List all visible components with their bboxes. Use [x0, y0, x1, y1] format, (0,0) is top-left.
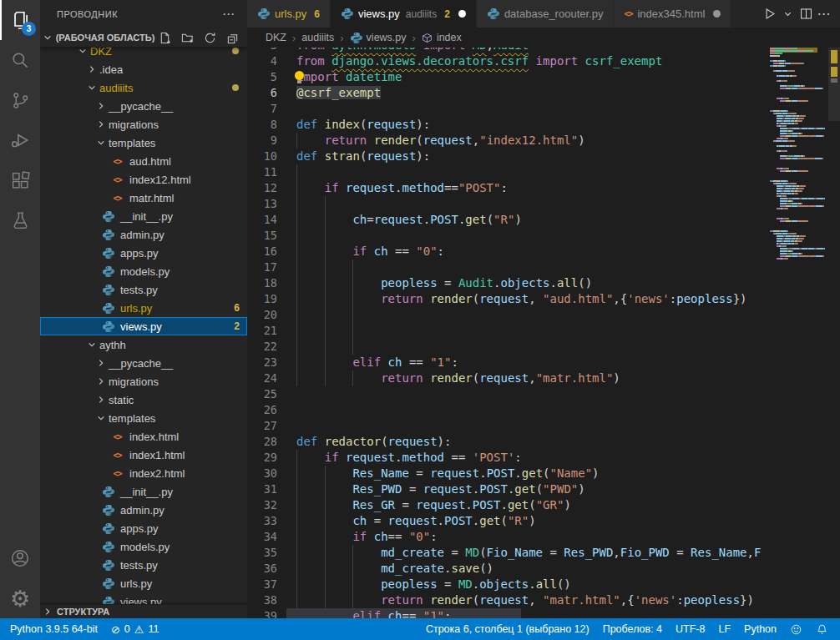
code-line-7[interactable]: 7 [247, 101, 770, 117]
tree-file-matr-html[interactable]: <>matr.html [40, 189, 247, 207]
tree-file-models-py[interactable]: models.py [40, 537, 247, 556]
tree-file--init-py[interactable]: __init__.py [40, 482, 247, 501]
code-line-30[interactable]: 30Res_Name = request.POST.get("Name") [247, 466, 770, 481]
code-line-31[interactable]: 31Res_PWD = request.POST.get("PWD") [247, 481, 770, 497]
code-line-16[interactable]: 16if ch == "0": [247, 244, 770, 260]
code-line-4[interactable]: 4from django.views.decorators.csrf impor… [247, 53, 770, 69]
tree-folder-templates[interactable]: templates [40, 134, 247, 152]
code-line-26[interactable]: 26 [247, 402, 770, 418]
split-editor-icon[interactable] [798, 4, 813, 24]
breadcrumb-item-audiiits[interactable]: audiiits [301, 32, 334, 43]
overview-ruler[interactable] [828, 48, 840, 618]
tree-file-aud-html[interactable]: <>aud.html [40, 152, 247, 170]
tab-database-roouter-py[interactable]: database_roouter.py [477, 0, 615, 28]
tree-file-views-py[interactable]: views.py2 [40, 317, 247, 335]
tree-file-tests-py[interactable]: tests.py [40, 280, 247, 299]
problems-status[interactable]: ⊘ 0 ⚠ 11 [111, 623, 159, 636]
code-line-25[interactable]: 25 [247, 386, 770, 402]
dirty-indicator-dot[interactable] [713, 10, 721, 18]
tree-folder-aythh[interactable]: aythh [40, 335, 247, 354]
code-line-22[interactable]: 22 [247, 339, 770, 355]
tree-folder-migrations[interactable]: migrations [40, 115, 247, 134]
editor-more-actions-icon[interactable]: ⋯ [817, 4, 832, 24]
code-line-36[interactable]: 36md_create.save() [247, 561, 770, 577]
code-line-15[interactable]: 15 [247, 228, 770, 244]
code-line-13[interactable]: 13 [247, 196, 770, 212]
code-line-18[interactable]: 18peopless = Audit.objects.all() [247, 275, 770, 291]
tree-file-admin-py[interactable]: admin.py [40, 225, 247, 244]
tree-file-index12-html[interactable]: <>index12.html [40, 170, 247, 189]
tree-folder--idea[interactable]: .idea [40, 60, 247, 78]
python-interpreter-status[interactable]: Python 3.9.5 64-bit [10, 623, 98, 635]
testing-icon[interactable] [0, 200, 40, 240]
code-line-28[interactable]: 28def redactor(request): [247, 434, 770, 450]
tree-file-admin-py[interactable]: admin.py [40, 501, 247, 519]
extensions-icon[interactable] [0, 160, 40, 200]
workspace-section-header[interactable]: (РАБОЧАЯ ОБЛАСТЬ) ... [40, 28, 247, 47]
code-line-37[interactable]: 37peopless = MD.objects.all() [247, 577, 770, 592]
code-line-12[interactable]: 12if request.method=="POST": [247, 180, 770, 196]
language-mode-status[interactable]: Python [744, 623, 777, 635]
tree-folder-migrations[interactable]: migrations [40, 372, 247, 391]
tree-file-apps-py[interactable]: apps.py [40, 244, 247, 262]
tree-folder--pycache-[interactable]: __pycache__ [40, 354, 247, 372]
collapse-all-icon[interactable] [224, 29, 240, 46]
explorer-icon[interactable]: 3 [0, 0, 40, 40]
code-line-19[interactable]: 19return render(request, "aud.html",{'ne… [247, 291, 770, 307]
code-line-8[interactable]: 8def index(request): [247, 117, 770, 133]
tree-file-tests-py[interactable]: tests.py [40, 556, 247, 574]
cursor-position-status[interactable]: Строка 6, столбец 1 (выбрано 12) [426, 623, 590, 635]
breadcrumb-item-dkz[interactable]: DKZ [266, 32, 286, 43]
breadcrumb-item-index[interactable]: index [422, 32, 462, 43]
tree-file--init-py[interactable]: __init__.py [40, 207, 247, 225]
code-line-32[interactable]: 32Res_GR = request.POST.get("GR") [247, 497, 770, 513]
code-line-6[interactable]: 6@csrf_exempt [247, 85, 770, 101]
code-line-11[interactable]: 11 [247, 164, 770, 180]
indentation-status[interactable]: Пробелов: 4 [603, 623, 662, 635]
run-debug-icon[interactable] [0, 120, 40, 160]
dirty-indicator-dot[interactable] [458, 10, 466, 18]
tree-file-index1-html[interactable]: <>index1.html [40, 446, 247, 464]
tree-folder--pycache-[interactable]: __pycache__ [40, 97, 247, 115]
account-icon[interactable] [0, 538, 40, 578]
code-editor[interactable]: 3from aythh.models import MD,Audit4from … [247, 48, 770, 618]
code-line-9[interactable]: 9return render(request,"index12.html") [247, 133, 770, 149]
tree-file-index2-html[interactable]: <>index2.html [40, 464, 247, 482]
minimap[interactable] [770, 48, 828, 618]
outline-section-header[interactable]: СТРУКТУРА [40, 604, 247, 618]
code-line-20[interactable]: 20 [247, 307, 770, 323]
eol-status[interactable]: LF [718, 623, 731, 635]
tab-views-py[interactable]: views.pyaudiiits2 [331, 0, 477, 28]
code-line-38[interactable]: 38return render(request, "matr.html",{'n… [247, 592, 770, 608]
breadcrumb-item-views-py[interactable]: views.py [350, 32, 407, 44]
tree-folder-templates[interactable]: templates [40, 409, 247, 427]
run-dropdown-chevron-icon[interactable] [780, 4, 795, 24]
code-line-34[interactable]: 34if ch== "0": [247, 529, 770, 545]
lightbulb-icon[interactable] [294, 71, 305, 83]
tree-folder-static[interactable]: static [40, 391, 247, 409]
new-file-icon[interactable] [156, 29, 173, 46]
tree-folder-audiiits[interactable]: audiiits [40, 78, 247, 97]
code-line-24[interactable]: 24return render(request,"matr.html") [247, 370, 770, 386]
search-icon[interactable] [0, 40, 40, 80]
tab-index345-html[interactable]: <>index345.html [614, 0, 731, 28]
tree-file-models-py[interactable]: models.py [40, 262, 247, 280]
settings-icon[interactable]: ⚙ [0, 578, 40, 618]
run-python-file-button[interactable] [762, 4, 777, 24]
notifications-bell-icon[interactable] [816, 623, 828, 636]
code-line-35[interactable]: 35md_create = MD(Fio_Name = Res_PWD,Fio_… [247, 545, 770, 561]
code-line-3[interactable]: 3from aythh.models import MD,Audit [247, 48, 770, 53]
feedback-smiley-icon[interactable] [790, 623, 802, 636]
code-line-5[interactable]: 5import datetime [247, 69, 770, 85]
code-line-17[interactable]: 17 [247, 260, 770, 275]
code-line-33[interactable]: 33ch = request.POST.get("R") [247, 513, 770, 529]
code-line-39[interactable]: 39elif ch== "1": [247, 608, 770, 618]
new-folder-icon[interactable] [179, 29, 195, 46]
tree-file-apps-py[interactable]: apps.py [40, 519, 247, 537]
tree-file-index-html[interactable]: <>index.html [40, 427, 247, 446]
code-line-14[interactable]: 14ch=request.POST.get("R") [247, 212, 770, 228]
tree-file-urls-py[interactable]: urls.py [40, 574, 247, 592]
tree-file-views-py[interactable]: views.py [40, 592, 247, 604]
code-line-10[interactable]: 10def stran(request): [247, 149, 770, 164]
encoding-status[interactable]: UTF-8 [676, 623, 705, 635]
